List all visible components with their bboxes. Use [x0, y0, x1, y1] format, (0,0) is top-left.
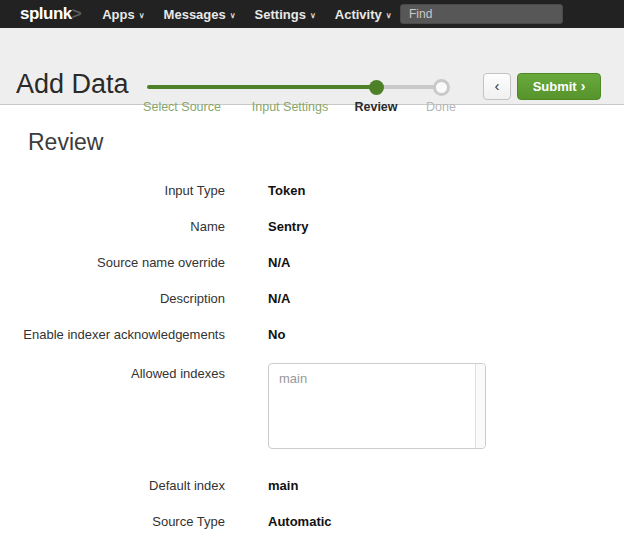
row-value: No — [268, 327, 285, 343]
review-page: Review Input Type Token Name Sentry Sour… — [0, 105, 624, 550]
review-row-name: Name Sentry — [0, 219, 624, 235]
row-label: Default index — [0, 478, 225, 494]
chevron-down-icon: ∨ — [139, 11, 145, 20]
row-value: N/A — [268, 291, 290, 307]
splunk-logo[interactable]: splunk> — [20, 4, 81, 24]
row-label: Allowed indexes — [0, 363, 225, 382]
row-label: Source name override — [0, 255, 225, 271]
review-row-default-index: Default index main — [0, 478, 624, 494]
stepper-dot-current — [369, 80, 384, 95]
stepper-line-upcoming — [377, 85, 439, 89]
nav-item-label: Apps — [102, 7, 135, 22]
chevron-right-icon: › — [581, 78, 586, 94]
row-label: Description — [0, 291, 225, 307]
splunk-logo-text: splunk — [20, 4, 72, 23]
nav-item-label: Activity — [335, 7, 382, 22]
review-heading: Review — [28, 129, 624, 156]
top-nav: splunk> Apps ∨ Messages ∨ Settings ∨ Act… — [0, 0, 624, 28]
row-label: Input Type — [0, 183, 225, 199]
review-row-source-type: Source Type Automatic — [0, 514, 624, 530]
submit-button-label: Submit — [533, 79, 577, 94]
review-row-description: Description N/A — [0, 291, 624, 307]
listbox-scrollbar[interactable] — [475, 364, 485, 448]
nav-item-label: Settings — [255, 7, 306, 22]
back-button[interactable]: ‹ — [483, 73, 511, 100]
allowed-indexes-listbox[interactable]: main — [268, 363, 486, 449]
chevron-down-icon: ∨ — [386, 11, 392, 20]
row-value: Sentry — [268, 219, 308, 235]
nav-item-activity[interactable]: Activity ∨ — [335, 7, 392, 22]
review-row-source-name-override: Source name override N/A — [0, 255, 624, 271]
nav-menu: Apps ∨ Messages ∨ Settings ∨ Activity ∨ — [102, 7, 391, 22]
chevron-down-icon: ∨ — [310, 11, 316, 20]
stepper-line-completed — [147, 85, 377, 89]
splunk-logo-caret-icon: > — [72, 4, 81, 23]
nav-item-messages[interactable]: Messages ∨ — [164, 7, 236, 22]
review-row-indexer-acknowledgements: Enable indexer acknowledgements No — [0, 327, 624, 343]
add-data-header: Add Data Select Source Input Settings Re… — [0, 28, 624, 105]
nav-item-label: Messages — [164, 7, 226, 22]
nav-item-apps[interactable]: Apps ∨ — [102, 7, 144, 22]
nav-item-settings[interactable]: Settings ∨ — [255, 7, 316, 22]
page-title: Add Data — [16, 69, 129, 100]
row-value: main — [268, 478, 298, 494]
chevron-left-icon: ‹ — [495, 77, 500, 94]
row-label: Enable indexer acknowledgements — [0, 327, 225, 343]
review-row-input-type: Input Type Token — [0, 183, 624, 199]
row-value: Automatic — [268, 514, 332, 530]
row-value: N/A — [268, 255, 290, 271]
stepper-dot-upcoming — [433, 79, 450, 96]
submit-button[interactable]: Submit › — [517, 73, 601, 100]
review-rows: Input Type Token Name Sentry Source name… — [0, 183, 624, 530]
review-row-allowed-indexes: Allowed indexes main — [0, 363, 624, 449]
allowed-index-item: main — [269, 364, 485, 393]
chevron-down-icon: ∨ — [230, 11, 236, 20]
row-value: Token — [268, 183, 305, 199]
row-label: Name — [0, 219, 225, 235]
row-label: Source Type — [0, 514, 225, 530]
find-input[interactable] — [400, 4, 563, 24]
